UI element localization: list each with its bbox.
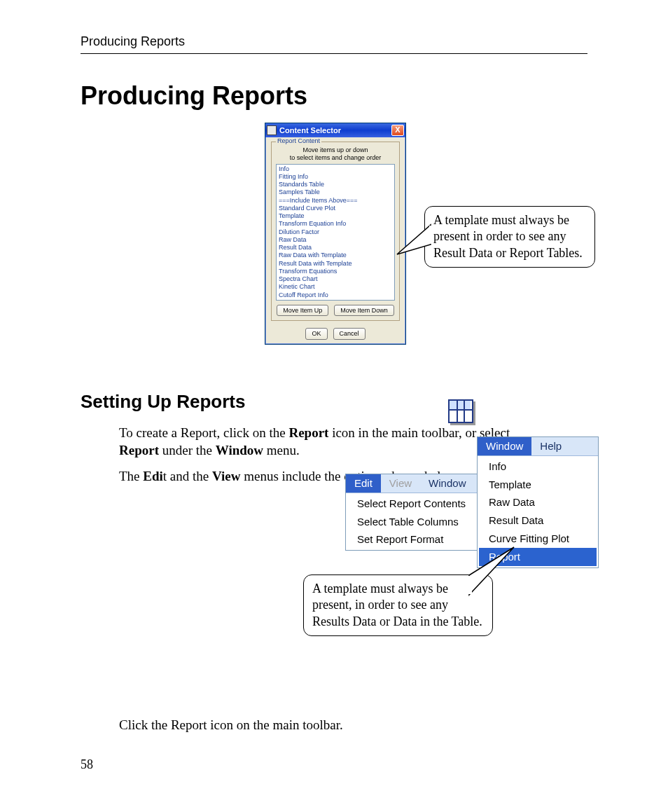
menu-bar: EditViewWindowHelp	[346, 474, 489, 493]
menu-item[interactable]: Select Report Contents	[347, 495, 488, 513]
menu-item[interactable]: Template	[479, 476, 597, 494]
menu-item[interactable]: Raw Data	[479, 493, 597, 511]
menu-item[interactable]: Select Table Columns	[347, 513, 488, 531]
callout-template-required-1: A template must always be present in ord…	[424, 206, 595, 268]
callout-text: A template must always be present in ord…	[433, 213, 583, 260]
list-item[interactable]: Dilution Factor	[277, 228, 394, 236]
dialog-title: Content Selector	[279, 125, 341, 136]
menubar-item[interactable]: View	[381, 474, 420, 493]
menubar-item[interactable]: Window	[478, 437, 531, 455]
dialog-titlebar[interactable]: Content Selector X	[265, 123, 405, 137]
menu-item[interactable]: Set Report Format	[347, 530, 488, 549]
list-item[interactable]: Fitting Info	[277, 173, 394, 181]
menu-bar: WindowHelp	[478, 437, 598, 456]
list-item[interactable]: Kinetic Chart	[277, 283, 394, 291]
close-icon[interactable]: X	[391, 125, 404, 136]
callout-text: A template must always be present, in or…	[312, 582, 482, 628]
menubar-item[interactable]: Help	[531, 437, 570, 455]
report-content-group: Report Content Move items up or down to …	[271, 142, 400, 321]
section-heading-setting-up: Setting Up Reports	[81, 390, 587, 413]
list-item[interactable]: Raw Data with Template	[277, 252, 394, 259]
list-item[interactable]: Result Data	[277, 244, 394, 252]
page-title: Producing Reports	[81, 79, 587, 113]
running-header: Producing Reports	[81, 34, 587, 54]
ok-button[interactable]: OK	[305, 328, 327, 340]
menu-item[interactable]: Info	[479, 457, 597, 476]
svg-marker-0	[397, 225, 431, 254]
report-icon[interactable]	[448, 399, 473, 423]
group-instructions: Move items up or down to select items an…	[272, 145, 399, 164]
app-icon	[267, 125, 277, 135]
page-number: 58	[81, 757, 93, 773]
paragraph-create-report: To create a Report, click on the Report …	[119, 424, 511, 459]
callout-template-required-2: A template must always be present, in or…	[303, 574, 493, 636]
group-legend: Report Content	[276, 137, 321, 146]
menubar-item[interactable]: Edit	[346, 474, 381, 493]
list-item[interactable]: Template	[277, 212, 394, 220]
svg-rect-1	[429, 226, 432, 244]
list-item[interactable]: Result Data with Template	[277, 260, 394, 268]
edit-menu-dropdown: EditViewWindowHelp Select Report Content…	[345, 474, 490, 551]
cancel-button[interactable]: Cancel	[333, 328, 366, 340]
menu-list: Select Report ContentsSelect Table Colum…	[346, 493, 489, 550]
content-listbox[interactable]: InfoFitting InfoStandards TableSamples T…	[276, 164, 395, 301]
list-item[interactable]: Cutoff Report Info	[277, 291, 394, 299]
menubar-item[interactable]: Window	[420, 474, 474, 493]
list-item[interactable]: Transform Equation Info	[277, 220, 394, 228]
list-item[interactable]: Standards Table	[277, 181, 394, 188]
paragraph-click-report-icon: Click the Report icon on the main toolba…	[119, 716, 511, 734]
list-item[interactable]: Transform Equations	[277, 268, 394, 275]
move-item-down-button[interactable]: Move Item Down	[334, 305, 394, 317]
svg-rect-3	[465, 576, 472, 594]
move-item-up-button[interactable]: Move Item Up	[277, 305, 328, 317]
list-item[interactable]: Spectra Chart	[277, 275, 394, 283]
menu-item[interactable]: Result Data	[479, 511, 597, 530]
list-item[interactable]: Standard Curve Plot	[277, 205, 394, 212]
list-item[interactable]: Raw Data	[277, 236, 394, 244]
content-selector-dialog: Content Selector X Report Content Move i…	[265, 123, 406, 345]
list-item[interactable]: Samples Table	[277, 188, 394, 196]
list-item[interactable]: Info	[277, 165, 394, 173]
svg-marker-2	[469, 547, 514, 595]
menu-item[interactable]: Curve Fitting Plot	[479, 530, 597, 548]
list-item[interactable]: ===Include Items Above===	[277, 197, 394, 205]
